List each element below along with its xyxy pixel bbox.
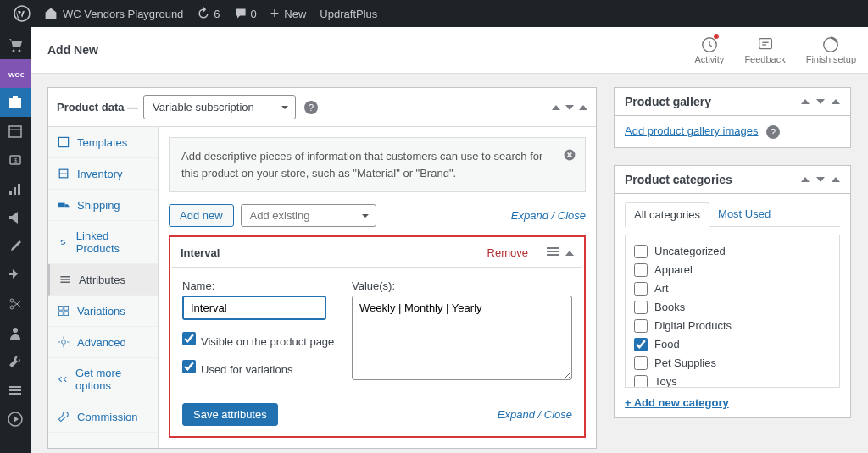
svg-point-13 [10,299,14,302]
used-variations-checkbox[interactable]: Used for variations [182,360,335,376]
site-link[interactable]: WC Vendors Playground [37,0,190,27]
svg-point-36 [62,340,66,345]
updraft-link[interactable]: UpdraftPlus [313,0,384,27]
add-existing-select[interactable]: Add existing [241,204,376,227]
sidemenu-users-icon[interactable] [0,318,31,347]
admin-side-menu: WOO $ [0,27,31,453]
move-down-icon[interactable] [816,99,825,104]
expand-collapse-link[interactable]: Expand / Close [511,209,586,222]
remove-attribute-link[interactable]: Remove [487,246,528,259]
move-up-icon[interactable] [552,105,560,110]
add-gallery-images-link[interactable]: Add product gallery images [625,124,759,137]
header-actions: Activity Feedback Finish setup [695,36,856,64]
feedback-button[interactable]: Feedback [744,36,785,64]
category-tabs: All categories Most Used [625,202,840,227]
activity-button[interactable]: Activity [695,36,725,64]
reorder-icon[interactable] [547,246,559,260]
product-gallery-title: Product gallery [625,95,794,108]
sidemenu-money-icon[interactable]: $ [0,146,31,174]
sidemenu-scissors-icon[interactable] [0,290,31,318]
svg-rect-40 [547,254,559,256]
category-item[interactable]: Books [634,298,834,317]
move-up-icon[interactable] [801,177,810,182]
product-data-tabs: Templates Inventory Shipping Linked Prod… [48,127,159,448]
finish-setup-button[interactable]: Finish setup [806,36,856,64]
svg-text:$: $ [14,157,18,164]
add-new-attribute-button[interactable]: Add new [169,204,234,227]
page-title: Add New [42,43,98,57]
attribute-values-textarea[interactable] [352,296,572,380]
help-tip-icon[interactable]: ? [766,125,780,139]
svg-rect-39 [547,251,559,252]
toggle-panel-icon[interactable] [832,99,840,104]
tab-attributes[interactable]: Attributes [48,264,158,296]
move-down-icon[interactable] [816,177,825,182]
product-gallery-metabox: Product gallery Add product gallery imag… [614,87,851,148]
sidemenu-products-icon[interactable] [0,88,31,117]
svg-rect-4 [9,98,21,108]
sidemenu-settings-icon[interactable] [0,376,31,405]
category-item[interactable]: Digital Products [634,317,834,335]
new-link[interactable]: +New [264,0,314,27]
product-categories-title: Product categories [625,173,794,186]
attribute-header: Interval Remove [172,239,582,268]
category-item[interactable]: Pet Supplies [634,354,834,373]
svg-rect-10 [9,191,12,195]
svg-rect-16 [9,386,21,388]
save-attributes-button[interactable]: Save attributes [182,403,278,426]
move-down-icon[interactable] [565,105,574,110]
product-data-label: Product data — [57,101,138,113]
attribute-panel: Interval Remove Name: [169,235,586,438]
product-type-select[interactable]: Variable subscription [143,95,296,119]
sidemenu-woo-icon[interactable]: WOO [0,59,31,88]
toggle-panel-icon[interactable] [579,105,587,110]
tab-commission[interactable]: Commission [48,401,158,433]
attribute-values-label: Value(s): [352,279,572,292]
updates-link[interactable]: 6 [190,0,226,27]
sidemenu-brush-icon[interactable] [0,232,31,261]
category-item[interactable]: Apparel [634,261,834,279]
category-item[interactable]: Uncategorized [634,242,834,261]
tab-variations[interactable]: Variations [48,296,158,327]
expand-collapse-link-bottom[interactable]: Expand / Close [498,408,572,421]
collapse-attribute-icon[interactable] [565,251,574,256]
visible-checkbox[interactable]: Visible on the product page [182,332,335,348]
category-item[interactable]: Art [634,279,834,298]
tab-most-used[interactable]: Most Used [709,202,779,226]
add-category-link[interactable]: + Add new category [625,396,729,409]
svg-rect-35 [64,312,69,316]
svg-rect-32 [58,306,63,310]
svg-point-2 [19,50,21,52]
product-categories-metabox: Product categories All categories Most U… [614,165,851,418]
svg-point-15 [13,328,18,333]
product-data-header: Product data — Variable subscription ? [48,88,596,127]
sidemenu-plugins-icon[interactable] [0,261,31,290]
tab-linked[interactable]: Linked Products [48,221,158,264]
sidemenu-marketing-icon[interactable] [0,203,31,232]
move-up-icon[interactable] [801,99,810,104]
tab-inventory[interactable]: Inventory [48,158,158,190]
tab-templates[interactable]: Templates [48,127,158,158]
attributes-toolbar: Add new Add existing Expand / Close [169,204,586,227]
comments-link[interactable]: 0 [227,0,264,27]
attribute-name-input[interactable] [182,296,326,320]
svg-text:WOO: WOO [8,71,24,79]
svg-point-14 [10,306,14,309]
tab-all-categories[interactable]: All categories [625,202,709,227]
attributes-notice: Add descriptive pieces of information th… [169,137,586,192]
sidemenu-play-icon[interactable] [0,405,31,434]
tab-shipping[interactable]: Shipping [48,190,158,221]
sidemenu-analytics-icon[interactable] [0,174,31,203]
tab-advanced[interactable]: Advanced [48,327,158,358]
wp-logo[interactable] [7,0,37,27]
tab-get-more[interactable]: Get more options [48,358,158,401]
sidemenu-tools-icon[interactable] [0,347,31,376]
sidemenu-cart-icon[interactable] [0,30,31,59]
sidemenu-calendar-icon[interactable] [0,117,31,146]
page-header: Add New Activity Feedback Finish setup [31,27,868,74]
category-item[interactable]: Toys [634,373,834,388]
category-item[interactable]: Food [634,335,834,354]
close-notice-icon[interactable] [563,148,576,167]
help-tip-icon[interactable]: ? [304,101,318,114]
toggle-panel-icon[interactable] [832,177,840,182]
